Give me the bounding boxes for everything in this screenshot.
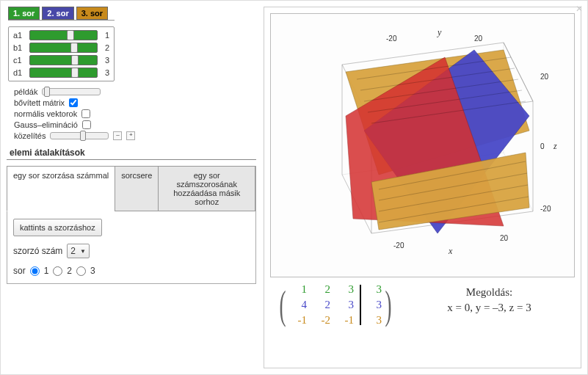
matrix-cell: 3 <box>336 283 354 296</box>
slider-label: b1 <box>13 43 26 52</box>
op-tab-addmul[interactable]: egy sor számszorosának hozzáadása másik … <box>158 166 255 211</box>
matrix-cell: 3 <box>336 299 354 311</box>
row-tab-1[interactable]: 1. sor <box>8 7 40 20</box>
augmented-matrix: ( 123423-1-2-1 333 ) <box>276 283 395 327</box>
matrix-cell: 2 <box>313 283 330 296</box>
tick-z-zero: 0 <box>540 142 545 150</box>
row-tab-2[interactable]: 2. sor <box>42 7 73 20</box>
multiplier-row: szorzó szám 2 ▼ <box>13 244 250 258</box>
ops-panel: egy sor szorzása számmal sorcsere egy so… <box>7 166 256 284</box>
row-radio-3[interactable] <box>76 266 86 276</box>
gauss-checkbox[interactable] <box>82 120 91 129</box>
kozelites-label: közelítés <box>14 131 46 140</box>
matrix-cell: -1 <box>289 314 307 327</box>
bottom-row: ( 123423-1-2-1 333 ) Megoldás: x = 0, y … <box>270 283 575 327</box>
op-tabs: egy sor szorzása számmal sorcsere egy so… <box>7 167 255 211</box>
slider-label: d1 <box>13 68 26 77</box>
multiplier-label: szorzó szám <box>13 246 62 256</box>
bov-matrix-row: bővített mátrix <box>14 98 256 107</box>
gauss-label: Gauss–elimináció <box>14 120 78 129</box>
tick-z-pos: 20 <box>540 73 549 81</box>
options-group: példák bővített mátrix normális vektorok… <box>7 87 256 140</box>
row-label: sor <box>13 266 26 276</box>
row-radio-3-label: 3 <box>90 266 95 276</box>
gauss-row: Gauss–elimináció <box>14 120 256 129</box>
row-radio-2[interactable] <box>53 266 62 276</box>
plot-3d[interactable]: -20 20 y 20 0 -20 z -20 20 x <box>283 21 562 270</box>
multiplier-value: 2 <box>70 246 76 256</box>
matrix-cell: -2 <box>313 314 330 327</box>
multiplier-select[interactable]: 2 ▼ <box>67 244 90 258</box>
chevron-down-icon: ▼ <box>80 248 86 255</box>
norm-vectors-checkbox[interactable] <box>81 109 90 118</box>
slider-row-a1: a11 <box>13 30 109 40</box>
peldak-label: példák <box>14 87 37 96</box>
tick-y-pos: 20 <box>474 34 483 43</box>
matrix-aug-cell: 3 <box>367 314 382 327</box>
slider-row-c1: c13 <box>13 55 109 65</box>
matrix-cell: 4 <box>289 299 307 311</box>
coefficient-sliders: a11b12c13d13 <box>8 26 115 81</box>
kozelites-plus[interactable]: + <box>126 131 135 140</box>
row-tab-strip: 1. sor 2. sor 3. sor <box>8 7 115 21</box>
matrix-cell: 1 <box>289 283 307 296</box>
kozelites-minus[interactable]: – <box>113 131 122 140</box>
ops-section-title: elemi átalakítások <box>7 146 256 160</box>
tick-x-pos: 20 <box>500 234 509 242</box>
matrix-aug-cell: 3 <box>367 299 382 311</box>
matrix-cell: -1 <box>336 314 354 327</box>
slider-a1[interactable] <box>29 30 98 40</box>
bov-matrix-label: bővített mátrix <box>14 98 65 107</box>
row-radio-group: sor 1 2 3 <box>13 266 250 276</box>
controls-column: 1. sor 2. sor 3. sor a11b12c13d13 példák… <box>7 7 256 368</box>
solution-text: x = 0, y = –3, z = 3 <box>410 302 569 314</box>
row-radio-2-label: 2 <box>67 266 72 276</box>
solution-block: Megoldás: x = 0, y = –3, z = 3 <box>410 283 569 314</box>
kozelites-slider[interactable] <box>50 132 109 139</box>
tick-z-neg: -20 <box>540 205 551 213</box>
ops-body: kattints a szorzáshoz szorzó szám 2 ▼ so… <box>7 211 255 283</box>
bov-matrix-checkbox[interactable] <box>69 98 78 107</box>
close-icon[interactable]: ✕ <box>576 4 583 14</box>
slider-label: a1 <box>13 31 26 40</box>
slider-value: 3 <box>101 56 109 65</box>
slider-label: c1 <box>13 56 26 65</box>
matrix-cell: 2 <box>313 299 330 311</box>
axis-z-label: z <box>553 141 557 151</box>
row-radio-1-label: 1 <box>44 266 49 276</box>
op-tab-swap[interactable]: sorcsere <box>115 166 159 211</box>
op-tab-multiply[interactable]: egy sor szorzása számmal <box>7 166 115 211</box>
norm-vectors-label: normális vektorok <box>14 109 77 118</box>
solution-title: Megoldás: <box>410 286 569 299</box>
slider-row-d1: d13 <box>13 68 109 78</box>
row-radio-1[interactable] <box>30 266 40 276</box>
slider-d1[interactable] <box>29 68 98 78</box>
peldak-row: példák <box>14 87 256 96</box>
tick-x-neg: -20 <box>393 241 404 250</box>
axis-y-label: y <box>437 27 442 37</box>
norm-vectors-row: normális vektorok <box>14 109 256 118</box>
bracket-right: ) <box>385 285 391 325</box>
slider-value: 3 <box>101 68 109 77</box>
output-column: -20 20 y 20 0 -20 z -20 20 x ( 123423-1-… <box>264 7 581 368</box>
slider-c1[interactable] <box>29 55 98 65</box>
slider-value: 2 <box>101 43 109 52</box>
plot-wrap: -20 20 y 20 0 -20 z -20 20 x <box>270 13 575 277</box>
slider-row-b1: b12 <box>13 43 109 53</box>
row-tab-3[interactable]: 3. sor <box>76 7 108 20</box>
multiply-button[interactable]: kattints a szorzáshoz <box>13 219 102 236</box>
slider-b1[interactable] <box>29 43 98 53</box>
peldak-slider[interactable] <box>42 88 101 95</box>
axis-x-label: x <box>448 246 453 256</box>
app-root: ✕ 1. sor 2. sor 3. sor a11b12c13d13 péld… <box>0 0 588 375</box>
bracket-left: ( <box>279 285 286 325</box>
matrix-aug-cell: 3 <box>367 283 382 296</box>
kozelites-row: közelítés – + <box>14 131 256 140</box>
tick-y-neg: -20 <box>386 34 397 43</box>
slider-value: 1 <box>101 31 109 40</box>
